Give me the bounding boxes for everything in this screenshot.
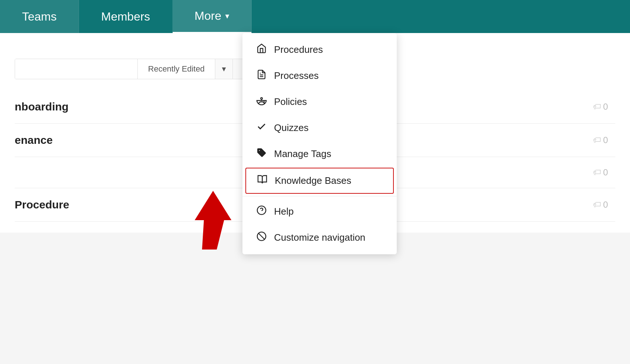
- dropdown-item-customize-navigation[interactable]: Customize navigation: [242, 225, 397, 251]
- filter-dropdown-button[interactable]: ▾: [215, 59, 233, 79]
- policies-label: Policies: [274, 96, 307, 108]
- customize-navigation-label: Customize navigation: [274, 232, 366, 243]
- dropdown-item-knowledge-bases[interactable]: Knowledge Bases: [245, 168, 394, 194]
- svg-marker-8: [195, 191, 231, 250]
- tag-count: 0: [603, 102, 608, 112]
- search-input[interactable]: [15, 59, 137, 79]
- menu-divider: [242, 196, 397, 196]
- dropdown-item-policies[interactable]: Policies: [242, 89, 397, 115]
- list-item-tag: 🏷 0: [593, 167, 608, 178]
- knowledge-bases-label: Knowledge Bases: [275, 175, 351, 186]
- more-dropdown-menu: Procedures Processes Policies: [242, 33, 397, 254]
- processes-label: Processes: [274, 70, 318, 81]
- list-item-tag: 🏷 0: [593, 135, 608, 145]
- dropdown-item-help[interactable]: Help: [242, 199, 397, 225]
- tag-icon: 🏷: [593, 135, 601, 145]
- list-item-tag: 🏷 0: [593, 200, 608, 210]
- policies-icon: [256, 95, 267, 108]
- recently-edited-label: Recently Edited: [148, 64, 205, 73]
- quizzes-label: Quizzes: [274, 122, 309, 134]
- dropdown-item-quizzes[interactable]: Quizzes: [242, 115, 397, 141]
- procedures-label: Procedures: [274, 44, 323, 55]
- help-icon: [256, 205, 267, 218]
- tag-icon: 🏷: [593, 168, 601, 177]
- tag-count: 0: [603, 135, 608, 145]
- teams-nav-label: Teams: [22, 10, 57, 23]
- tag-count: 0: [603, 200, 608, 210]
- list-item-tag: 🏷 0: [593, 102, 608, 112]
- dropdown-item-procedures[interactable]: Procedures: [242, 37, 397, 63]
- teams-nav-item[interactable]: Teams: [0, 0, 79, 33]
- procedures-icon: [256, 43, 267, 56]
- manage-tags-label: Manage Tags: [274, 148, 331, 160]
- quizzes-icon: [256, 121, 267, 134]
- svg-point-2: [261, 98, 263, 99]
- top-navigation: Teams Members More ▾: [0, 0, 630, 33]
- more-chevron-icon: ▾: [225, 11, 229, 21]
- tag-icon: 🏷: [593, 102, 601, 112]
- more-nav-label: More: [195, 9, 222, 23]
- customize-navigation-icon: [256, 231, 267, 244]
- tag-icon: 🏷: [593, 200, 601, 210]
- dropdown-item-processes[interactable]: Processes: [242, 63, 397, 89]
- dropdown-chevron-icon: ▾: [222, 64, 226, 73]
- filter-bar: Recently Edited ▾ Filter: [15, 59, 272, 79]
- members-nav-label: Members: [101, 10, 150, 23]
- dropdown-item-manage-tags[interactable]: Manage Tags: [242, 141, 397, 167]
- processes-icon: [256, 69, 267, 82]
- help-label: Help: [274, 206, 294, 217]
- arrow-indicator: [187, 187, 246, 255]
- more-nav-item[interactable]: More ▾: [173, 0, 252, 33]
- manage-tags-icon: [256, 148, 267, 160]
- recently-edited-filter[interactable]: Recently Edited: [137, 59, 215, 79]
- svg-line-6: [259, 233, 264, 239]
- members-nav-item[interactable]: Members: [79, 0, 172, 33]
- knowledge-bases-icon: [256, 174, 268, 187]
- tag-count: 0: [603, 167, 608, 178]
